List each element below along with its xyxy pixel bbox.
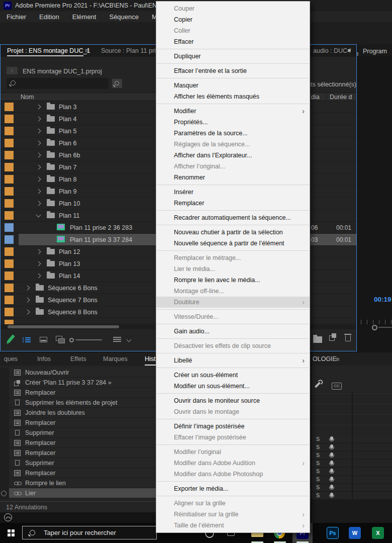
chevron-icon[interactable]: [36, 153, 41, 158]
chevron-icon[interactable]: [25, 286, 30, 291]
column-media-duration[interactable]: Durée d: [330, 94, 352, 101]
context-menu-item[interactable]: Couper ›: [156, 3, 310, 14]
item-name[interactable]: Plan 8: [59, 176, 76, 183]
context-menu-item[interactable]: Copier ›: [156, 14, 310, 25]
program-zoom-knob[interactable]: [372, 325, 377, 330]
item-name[interactable]: Plan 4: [59, 116, 76, 123]
chevron-icon[interactable]: [36, 141, 41, 146]
item-name[interactable]: Plan 12: [59, 248, 80, 255]
microphone-icon[interactable]: [329, 469, 335, 475]
item-name[interactable]: Plan 14: [59, 273, 80, 280]
panel-menu-icon[interactable]: ≡: [85, 47, 89, 54]
microphone-icon[interactable]: [329, 436, 335, 442]
context-menu-item[interactable]: Taille de l’élément ›: [156, 520, 310, 531]
chevron-icon[interactable]: [36, 129, 41, 134]
context-menu-item[interactable]: Nouvelle séquence à partir de l’élément …: [156, 238, 310, 249]
program-timecode[interactable]: 00:19: [374, 296, 391, 303]
chevron-down-icon[interactable]: [127, 337, 132, 342]
solo-button[interactable]: S: [316, 468, 320, 474]
icon-view-icon[interactable]: [40, 337, 47, 342]
item-name[interactable]: Séquence 6 Bons: [48, 285, 97, 292]
solo-button[interactable]: S: [316, 484, 320, 490]
panel-tab[interactable]: Projet : ENS montage DUC_1: [7, 47, 90, 54]
panel-tab[interactable]: Effets: [70, 355, 86, 363]
menu-bar-item[interactable]: Edition: [33, 13, 66, 21]
label-color-chip[interactable]: [5, 163, 14, 171]
context-menu-item[interactable]: Insérer ›: [156, 187, 310, 198]
chevron-icon[interactable]: [36, 274, 41, 279]
item-name[interactable]: Séquence 7 Bons: [48, 297, 97, 304]
item-name[interactable]: Plan 11 prise 3 37 284: [70, 236, 132, 243]
list-view-icon[interactable]: [23, 337, 31, 343]
panel-tab[interactable]: ques: [4, 355, 18, 363]
chevron-icon[interactable]: [25, 298, 30, 303]
solo-button[interactable]: S: [316, 452, 320, 458]
trash-icon[interactable]: [345, 335, 351, 341]
panel-tab[interactable]: Source : Plan 11 prise: [101, 47, 162, 54]
captions-badge[interactable]: CC: [332, 383, 342, 390]
context-menu-item[interactable]: Afficher dans l’Explorateur... ›: [156, 150, 310, 161]
item-name[interactable]: Plan 11: [59, 212, 79, 219]
context-menu-item[interactable]: Désactiver les effets de clip source ›: [156, 340, 310, 351]
microphone-icon[interactable]: [329, 493, 335, 499]
solo-button[interactable]: S: [316, 444, 320, 450]
label-color-chip[interactable]: [5, 187, 14, 196]
item-name[interactable]: Plan 6: [59, 140, 76, 147]
solo-button[interactable]: S: [316, 436, 320, 442]
menu-bar-item[interactable]: Séquence: [103, 13, 145, 21]
column-media-start[interactable]: dia: [311, 94, 320, 101]
chevron-icon[interactable]: [36, 165, 41, 170]
label-color-chip[interactable]: [5, 284, 14, 292]
context-menu-item[interactable]: Remplacer le métrage... ›: [156, 252, 310, 263]
context-menu-item[interactable]: Gain audio... ›: [156, 326, 310, 337]
label-color-chip[interactable]: [5, 175, 14, 184]
context-menu-item[interactable]: Remplacer ›: [156, 198, 310, 209]
context-menu-item[interactable]: Coller ›: [156, 25, 310, 36]
context-menu-item[interactable]: Aligner sur la grille ›: [156, 498, 310, 509]
microphone-icon[interactable]: [329, 477, 335, 483]
panel-tab[interactable]: Hist: [145, 355, 156, 363]
label-color-chip[interactable]: [5, 211, 14, 220]
chevron-icon[interactable]: [36, 213, 41, 218]
column-name[interactable]: Nom: [21, 94, 34, 101]
sort-icon[interactable]: [113, 337, 121, 342]
scrollbar-thumb[interactable]: [8, 325, 119, 328]
microphone-icon[interactable]: [329, 452, 335, 459]
item-name[interactable]: Plan 7: [59, 164, 76, 171]
pencil-icon[interactable]: [7, 334, 15, 343]
context-menu-item[interactable]: Ouvrir dans le moniteur source ›: [156, 395, 310, 406]
label-color-chip[interactable]: [5, 223, 14, 232]
tab-overflow-icon[interactable]: »: [347, 46, 351, 54]
context-menu-item[interactable]: Doublure ›: [156, 297, 310, 308]
item-name[interactable]: Plan 5: [59, 128, 76, 135]
label-color-chip[interactable]: [5, 308, 14, 316]
label-color-chip[interactable]: [5, 235, 14, 244]
new-item-icon[interactable]: [329, 335, 335, 341]
breadcrumb[interactable]: ENS montage DUC_1.prproj: [23, 68, 102, 75]
search-bin-button[interactable]: [112, 79, 122, 88]
context-menu-item[interactable]: Effacer ›: [156, 36, 310, 47]
context-menu-item[interactable]: Effacer l’image postérisée ›: [156, 432, 310, 443]
solo-button[interactable]: S: [316, 460, 320, 466]
item-name[interactable]: Plan 9: [59, 188, 76, 195]
context-menu-item[interactable]: Masquer ›: [156, 80, 310, 91]
zoom-slider-handle[interactable]: [69, 338, 74, 342]
program-monitor-tab[interactable]: Program: [363, 48, 387, 55]
label-color-chip[interactable]: [5, 259, 14, 268]
context-menu-item[interactable]: Modifier un sous-élément... ›: [156, 381, 310, 392]
label-color-chip[interactable]: [5, 127, 14, 135]
program-mini-timeline[interactable]: [361, 320, 392, 324]
context-menu-item[interactable]: Effacer l’entrée et la sortie ›: [156, 65, 310, 76]
context-menu-item[interactable]: Libellé ›: [156, 355, 310, 366]
new-bin-icon[interactable]: [313, 336, 322, 343]
excel-taskbar-icon[interactable]: X: [372, 527, 384, 539]
word-taskbar-icon[interactable]: W: [349, 527, 361, 539]
chevron-icon[interactable]: [36, 189, 41, 194]
chevron-icon[interactable]: [36, 201, 41, 206]
wrench-icon[interactable]: [315, 382, 321, 388]
label-color-chip[interactable]: [5, 199, 14, 208]
context-menu-item[interactable]: Propriétés... ›: [156, 117, 310, 128]
navigate-up-button[interactable]: ↑: [7, 67, 18, 74]
chevron-icon[interactable]: [36, 105, 41, 110]
context-menu-item[interactable]: Réinitialiser sur la grille ›: [156, 509, 310, 520]
